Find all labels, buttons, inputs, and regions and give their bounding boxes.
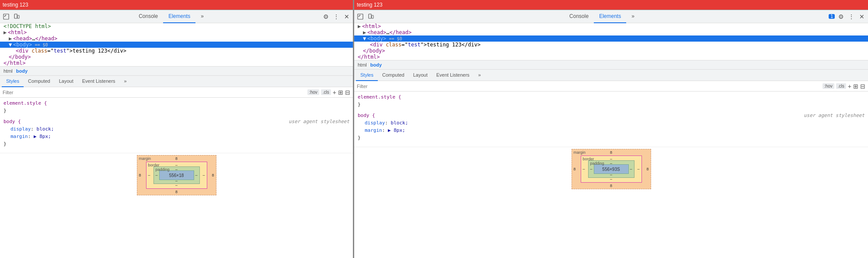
main-container: testing 123 Console: [0, 0, 868, 258]
right-inspect-icon[interactable]: [356, 12, 365, 21]
r-padding-top: –: [610, 161, 612, 166]
left-devtools-header: Console Elements » ⚙ ⋮ ✕: [0, 10, 353, 23]
left-filter-input[interactable]: [3, 90, 306, 95]
r-padding-label: padding: [590, 161, 604, 166]
breadcrumb-body[interactable]: body: [16, 68, 28, 74]
right-elements-panel[interactable]: ▶<html> ▶<head>…</head> ▼<body> == $0 <d…: [354, 23, 868, 60]
right-devtools-tabs: Console Elements »: [564, 10, 640, 23]
margin-bottom: 8: [175, 190, 178, 194]
html-close-line: </html>: [0, 60, 353, 66]
right-close-icon[interactable]: ✕: [858, 12, 866, 21]
r-subtab-event-listeners[interactable]: Event Listeners: [432, 70, 474, 81]
margin-label: margin: [139, 156, 151, 161]
left-browser-titlebar: testing 123: [0, 0, 353, 10]
r-subtab-computed[interactable]: Computed: [378, 70, 409, 81]
right-box-model-diagram: margin 8 8 8 8 border – – – – padding: [572, 149, 651, 189]
breadcrumb-html[interactable]: html: [3, 68, 13, 74]
left-filter-toggle-icon[interactable]: ⊟: [345, 89, 350, 96]
right-browser-title-text: testing 123: [357, 2, 383, 8]
left-box-model-diagram: margin 8 8 8 8 border – – – –: [137, 155, 216, 195]
r-margin-label: margin: [574, 150, 586, 155]
r-breadcrumb-html[interactable]: html: [358, 62, 367, 67]
right-settings-icon[interactable]: ⚙: [837, 12, 845, 21]
left-filter-new-rule-icon[interactable]: ⊞: [338, 89, 343, 96]
r-body-selected[interactable]: ▼<body> == $0: [354, 35, 868, 42]
inspect-element-icon[interactable]: [2, 12, 10, 21]
r-padding-left: –: [590, 167, 593, 171]
svg-rect-5: [372, 15, 373, 18]
right-box-model: margin 8 8 8 8 border – – – – padding: [354, 147, 868, 258]
device-toolbar-icon[interactable]: [12, 12, 21, 21]
r-filter-new-rule-icon[interactable]: ⊞: [853, 83, 858, 90]
left-devtools-tabs: Console Elements »: [133, 10, 209, 23]
tab-console[interactable]: Console: [133, 10, 163, 23]
right-devtools: Console Elements » 1 ⚙ ⋮ ✕: [354, 10, 868, 258]
r-breadcrumb-body[interactable]: body: [370, 62, 382, 67]
subtab-styles[interactable]: Styles: [2, 76, 24, 87]
right-styles-subtabs: Styles Computed Layout Event Listeners »: [354, 70, 868, 81]
r-border-left: –: [583, 167, 585, 171]
tab-elements[interactable]: Elements: [163, 10, 195, 23]
body-close-line: </body>: [0, 54, 353, 60]
padding-label: padding: [156, 167, 170, 172]
html-open-line: ▶<html>: [0, 29, 353, 35]
subtab-layout[interactable]: Layout: [55, 76, 78, 87]
left-devtools-header-right: ⚙ ⋮ ✕: [321, 12, 351, 21]
left-elements-panel[interactable]: <!DOCTYPE html> ▶<html> ▶<head>…</head> …: [0, 23, 353, 66]
tab-more[interactable]: »: [195, 10, 209, 23]
r-filter-cls[interactable]: .cls: [836, 83, 846, 89]
right-devtools-icons: [356, 12, 375, 21]
margin-left: 8: [139, 173, 141, 177]
r-margin-left: 8: [574, 167, 576, 171]
right-devtools-header: Console Elements » 1 ⚙ ⋮ ✕: [354, 10, 868, 23]
body-line-selected[interactable]: ▼<body> == $0: [0, 42, 353, 48]
r-border-right: –: [637, 167, 639, 171]
svg-rect-3: [358, 14, 363, 19]
left-filter-cls[interactable]: .cls: [321, 89, 331, 95]
left-filter-add-icon[interactable]: +: [333, 89, 336, 96]
r-padding-right: –: [630, 167, 632, 171]
margin-top: 8: [175, 156, 178, 161]
padding-left: –: [156, 173, 158, 177]
right-devtools-header-right: 1 ⚙ ⋮ ✕: [829, 12, 866, 21]
r-filter-add-icon[interactable]: +: [848, 83, 851, 90]
settings-icon[interactable]: ⚙: [321, 12, 330, 21]
right-tab-elements[interactable]: Elements: [594, 10, 626, 23]
more-options-icon[interactable]: ⋮: [332, 12, 341, 21]
r-subtab-more[interactable]: »: [474, 70, 485, 81]
r-filter-hov[interactable]: :hov: [823, 83, 834, 89]
right-filter-input[interactable]: [357, 84, 821, 89]
left-filter-hov[interactable]: :hov: [307, 89, 319, 95]
subtab-computed[interactable]: Computed: [24, 76, 55, 87]
right-tab-more[interactable]: »: [626, 10, 640, 23]
margin-right: 8: [212, 173, 214, 177]
left-box-model: margin 8 8 8 8 border – – – –: [0, 153, 353, 258]
subtab-event-listeners[interactable]: Event Listeners: [78, 76, 120, 87]
r-subtab-layout[interactable]: Layout: [409, 70, 432, 81]
r-html-open: ▶<html>: [354, 23, 868, 29]
right-filter-bar: :hov .cls + ⊞ ⊟: [354, 81, 868, 92]
right-css-content: element.style { } body { user agent styl…: [354, 92, 868, 147]
left-filter-bar: :hov .cls + ⊞ ⊟: [0, 87, 353, 98]
r-filter-toggle-icon[interactable]: ⊟: [860, 83, 865, 90]
right-breadcrumb: html body: [354, 60, 868, 70]
left-devtools: Console Elements » ⚙ ⋮ ✕: [0, 10, 353, 258]
svg-rect-1: [14, 14, 17, 18]
body-style-rule: body { user agent stylesheet display: bl…: [3, 118, 349, 148]
r-margin-bottom: 8: [610, 184, 612, 188]
r-head-line: ▶<head>…</head>: [354, 29, 868, 35]
subtab-more[interactable]: »: [120, 76, 131, 87]
svg-rect-4: [369, 14, 371, 18]
left-breadcrumb: html body: [0, 66, 353, 76]
div-line: <div class="test">testing 123</div>: [0, 48, 353, 54]
right-more-options-icon[interactable]: ⋮: [847, 12, 856, 21]
r-subtab-styles[interactable]: Styles: [356, 70, 378, 81]
close-devtools-icon[interactable]: ✕: [342, 12, 351, 21]
left-panel: testing 123 Console: [0, 0, 354, 258]
right-tab-console[interactable]: Console: [564, 10, 594, 23]
right-panel: testing 123 Console: [354, 0, 868, 258]
r-body-close: </body>: [354, 48, 868, 54]
border-right: –: [202, 173, 205, 177]
right-device-toolbar-icon[interactable]: [366, 12, 375, 21]
r-padding-bottom: –: [610, 173, 612, 177]
